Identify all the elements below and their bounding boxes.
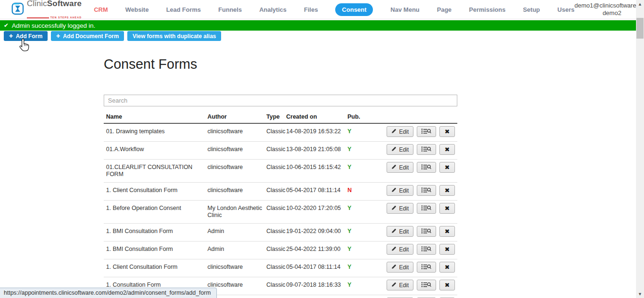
entries-search-button[interactable] (417, 185, 436, 196)
nav-item[interactable]: Website (125, 6, 149, 13)
row-actions: Edit (385, 203, 457, 214)
edit-button[interactable]: Edit (387, 162, 413, 173)
form-created-on: 05-04-2017 08:11:14 (286, 187, 347, 194)
delete-button[interactable]: ✖ (439, 162, 455, 173)
delete-button[interactable]: ✖ (439, 126, 455, 137)
edit-button[interactable]: Edit (387, 185, 413, 196)
nav-item[interactable]: Funnels (218, 6, 242, 13)
main-menu: CRM Website Lead Forms Funnels Analytics… (94, 3, 574, 16)
edit-button[interactable]: Edit (387, 203, 413, 214)
pencil-icon (391, 187, 396, 194)
delete-button[interactable]: ✖ (439, 203, 455, 214)
form-created-on: 25-04-2022 11:39:00 (286, 246, 347, 253)
list-magnifier-icon (421, 187, 431, 194)
form-author: clinicsoftware (207, 146, 266, 153)
row-actions: Edit (385, 144, 457, 155)
list-magnifier-icon (421, 264, 431, 271)
form-author: clinicsoftware (207, 187, 266, 194)
delete-button[interactable]: ✖ (439, 226, 455, 237)
delete-button[interactable]: ✖ (439, 244, 455, 255)
entries-search-button[interactable] (417, 203, 436, 214)
row-actions: Edit (385, 262, 457, 273)
pencil-icon (391, 264, 396, 271)
scrollbar-thumb[interactable] (636, 18, 644, 39)
pencil-icon (391, 282, 396, 289)
entries-search-button[interactable] (417, 126, 436, 137)
list-magnifier-icon (421, 228, 431, 235)
form-created-on: 13-08-2019 21:05:08 (286, 146, 347, 153)
entries-search-button[interactable] (417, 280, 436, 290)
delete-button[interactable]: ✖ (439, 280, 455, 290)
nav-item[interactable]: Files (304, 6, 318, 13)
delete-button[interactable]: ✖ (439, 262, 455, 273)
form-published-flag: Y (347, 282, 385, 289)
vertical-scrollbar[interactable]: ▲ ▼ (636, 0, 644, 298)
nav-item[interactable]: Consent (335, 3, 373, 16)
forms-toolbar: ✚ Add Form ✚ Add Document Form View form… (4, 31, 221, 41)
delete-button[interactable]: ✖ (439, 144, 455, 155)
entries-search-button[interactable] (417, 262, 436, 273)
nav-item[interactable]: Setup (523, 6, 540, 13)
row-actions: Edit (385, 185, 457, 196)
form-author: Admin (207, 246, 266, 253)
brand-tagline: TEN STEPS AHEAD (50, 16, 82, 19)
form-type: Classic (266, 264, 286, 271)
user-block: demo1@clinicsoftware.com demo2 (574, 2, 644, 17)
nav-item[interactable]: Lead Forms (166, 6, 201, 13)
main-content: Consent Forms Name Author Type Created o… (104, 42, 457, 298)
list-magnifier-icon (421, 246, 431, 253)
row-actions: Edit (385, 162, 457, 173)
list-magnifier-icon (421, 146, 431, 153)
nav-item[interactable]: Users (557, 6, 574, 13)
entries-search-button[interactable] (417, 226, 436, 237)
nav-item[interactable]: Nav Menu (390, 6, 419, 13)
scroll-up-icon[interactable]: ▲ (636, 0, 644, 8)
table-header-row: Name Author Type Created on Pub. (104, 111, 457, 124)
table-row: 1. Before Operation Consent My London Ae… (104, 201, 457, 224)
add-form-button[interactable]: ✚ Add Form (4, 31, 48, 41)
list-magnifier-icon (421, 164, 431, 171)
entries-search-button[interactable] (417, 162, 436, 173)
consent-forms-table: 01. Drawing templates clinicsoftware Cla… (104, 124, 457, 298)
edit-button[interactable]: Edit (387, 226, 413, 237)
nav-item[interactable]: Analytics (259, 6, 287, 13)
form-author: Admin (207, 228, 266, 235)
nav-item[interactable]: CRM (94, 6, 108, 13)
delete-button[interactable]: ✖ (439, 185, 455, 196)
view-duplicate-alias-button[interactable]: View forms with duplicate alias (127, 31, 221, 41)
nav-item[interactable]: Page (437, 6, 452, 13)
scroll-down-icon[interactable]: ▼ (636, 290, 644, 298)
close-icon: ✖ (445, 187, 450, 194)
pencil-icon (391, 146, 396, 153)
column-header-name: Name (104, 113, 207, 120)
edit-button[interactable]: Edit (387, 244, 413, 255)
column-header-pub: Pub. (347, 113, 385, 120)
form-type: Classic (266, 146, 286, 153)
pencil-icon (391, 205, 396, 212)
top-navigation-bar: ClinicSoftware.com TEN STEPS AHEAD CRM W… (0, 0, 636, 19)
edit-button[interactable]: Edit (387, 262, 413, 273)
form-author: clinicsoftware (207, 282, 266, 289)
form-published-flag: N (347, 187, 385, 194)
nav-item[interactable]: Permissions (469, 6, 505, 13)
column-header-created-on: Created on (286, 113, 347, 120)
add-document-form-button[interactable]: ✚ Add Document Form (51, 31, 124, 41)
entries-search-button[interactable] (417, 244, 436, 255)
form-name: 01.CLEARLIFT CONSULTATION FORM (104, 164, 207, 178)
table-row: 1. Client Consultation Form clinicsoftwa… (104, 259, 457, 277)
edit-button[interactable]: Edit (387, 280, 413, 290)
form-created-on: 05-04-2017 08:11:14 (286, 264, 347, 271)
close-icon: ✖ (445, 282, 450, 289)
close-icon: ✖ (445, 228, 450, 235)
entries-search-button[interactable] (417, 144, 436, 155)
close-icon: ✖ (445, 146, 450, 153)
clinicsoftware-logo[interactable]: ClinicSoftware.com TEN STEPS AHEAD (11, 0, 82, 19)
search-input[interactable] (104, 95, 457, 106)
user-info[interactable]: demo1@clinicsoftware.com demo2 (574, 2, 644, 17)
edit-button[interactable]: Edit (387, 144, 413, 155)
form-author: clinicsoftware (207, 164, 266, 171)
pencil-icon (391, 246, 396, 253)
edit-button[interactable]: Edit (387, 126, 413, 137)
form-published-flag: Y (347, 128, 385, 135)
success-banner: ✔ Admin successfully logged in. (0, 20, 636, 31)
